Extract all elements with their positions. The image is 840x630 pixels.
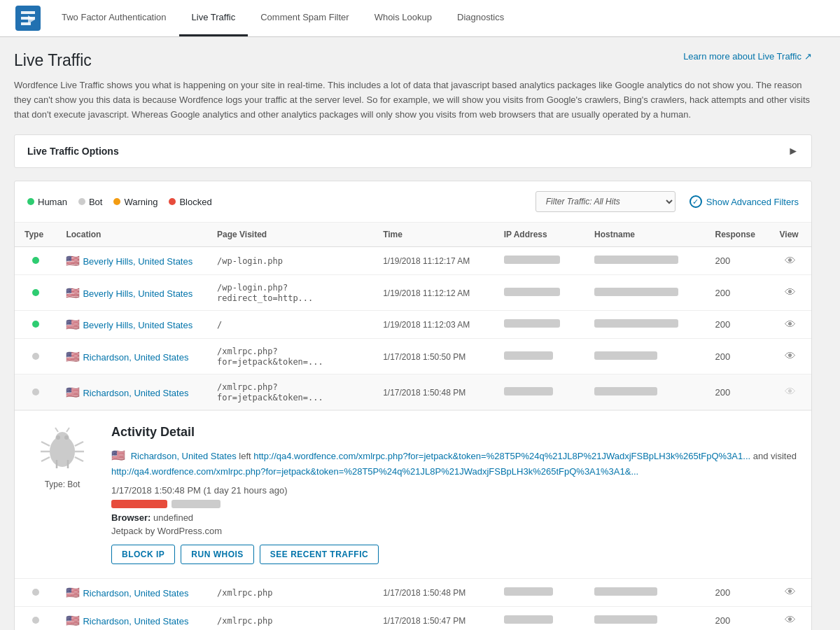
row-type <box>15 579 56 607</box>
row-type <box>15 374 56 410</box>
row-view[interactable]: 👁 <box>770 374 811 410</box>
col-location: Location <box>56 223 207 247</box>
flag-icon: 🇺🇸 <box>66 386 80 398</box>
learn-more-link[interactable]: Learn more about Live Traffic ↗ <box>683 51 812 62</box>
activity-detail: Type: Bot Activity Detail 🇺🇸 Richardson,… <box>15 410 811 578</box>
advanced-filters-button[interactable]: ✓ Show Advanced Filters <box>690 195 799 208</box>
col-response: Response <box>706 223 770 247</box>
flag-icon: 🇺🇸 <box>66 287 80 299</box>
row-response: 200 <box>706 247 770 275</box>
page-description: Wordfence Live Traffic shows you what is… <box>14 78 812 122</box>
activity-time: 1/17/2018 1:50:48 PM (1 day 21 hours ago… <box>111 485 799 496</box>
ip-blurred <box>172 500 220 508</box>
col-view: View <box>770 223 811 247</box>
row-location: 🇺🇸Richardson, United States <box>56 339 207 374</box>
status-dot-human <box>32 321 39 328</box>
status-dot-human <box>32 257 39 264</box>
flag-icon: 🇺🇸 <box>66 615 80 626</box>
block-ip-button[interactable]: BLOCK IP <box>111 545 175 564</box>
row-hostname <box>584 579 705 607</box>
table-row: 🇺🇸Richardson, United States /xmlrpc.php?… <box>15 374 811 410</box>
tab-live-traffic[interactable]: Live Traffic <box>179 0 248 36</box>
chevron-right-icon: ► <box>788 145 799 158</box>
row-location: 🇺🇸Beverly Hills, United States <box>56 247 207 275</box>
row-hostname <box>584 311 705 339</box>
traffic-table: Type Location Page Visited Time IP Addre… <box>15 223 811 630</box>
row-response: 200 <box>706 606 770 630</box>
activity-description: 🇺🇸 Richardson, United States left http:/… <box>111 447 799 479</box>
tab-two-factor[interactable]: Two Factor Authentication <box>49 0 179 36</box>
filter-dropdown[interactable]: Filter Traffic: All Hits <box>536 191 676 212</box>
view-icon[interactable]: 👁 <box>785 286 796 298</box>
row-type <box>15 275 56 311</box>
row-view[interactable]: 👁 <box>770 339 811 374</box>
activity-url2-link[interactable]: http://qa4.wordfence.com/xmlrpc.php?for=… <box>111 466 638 477</box>
row-time: 1/17/2018 1:50:48 PM <box>373 374 493 410</box>
bug-icon <box>38 425 87 474</box>
view-icon[interactable]: 👁 <box>785 614 796 626</box>
view-icon[interactable]: 👁 <box>785 255 796 267</box>
filter-dropdown-wrapper: Filter Traffic: All Hits <box>536 191 676 212</box>
human-dot <box>27 198 34 205</box>
tab-comment-spam[interactable]: Comment Spam Filter <box>248 0 361 36</box>
activity-location-link[interactable]: Richardson, United States <box>131 451 237 461</box>
activity-url1-link[interactable]: http://qa4.wordfence.com/xmlrpc.php?for=… <box>253 451 750 461</box>
status-dot-bot <box>32 589 39 596</box>
activity-detail-row: Type: Bot Activity Detail 🇺🇸 Richardson,… <box>15 410 811 579</box>
row-location: 🇺🇸Richardson, United States <box>56 374 207 410</box>
row-time: 1/17/2018 1:50:47 PM <box>373 606 493 630</box>
traffic-legend: Human Bot Warning Blocked <box>27 197 522 207</box>
row-type <box>15 247 56 275</box>
row-type <box>15 606 56 630</box>
row-ip <box>494 579 584 607</box>
row-view[interactable]: 👁 <box>770 247 811 275</box>
row-page: /xmlrpc.php?for=jetpack&token=... <box>207 374 373 410</box>
row-time: 1/19/2018 11:12:12 AM <box>373 275 493 311</box>
legend-human: Human <box>27 197 67 207</box>
row-response: 200 <box>706 579 770 607</box>
row-ip <box>494 374 584 410</box>
activity-detail-title: Activity Detail <box>111 425 799 440</box>
row-ip <box>494 606 584 630</box>
legend-bot: Bot <box>78 197 103 207</box>
activity-buttons: BLOCK IP RUN WHOIS SEE RECENT TRAFFIC <box>111 545 799 564</box>
page-header: Live Traffic Learn more about Live Traff… <box>14 51 812 70</box>
view-icon[interactable]: 👁 <box>785 318 796 330</box>
options-panel-header[interactable]: Live Traffic Options ► <box>15 135 811 167</box>
row-view[interactable]: 👁 <box>770 275 811 311</box>
col-ip: IP Address <box>494 223 584 247</box>
row-location: 🇺🇸Richardson, United States <box>56 579 207 607</box>
activity-flag: 🇺🇸 <box>111 449 125 461</box>
run-whois-button[interactable]: RUN WHOIS <box>181 545 254 564</box>
row-page: / <box>207 311 373 339</box>
row-hostname <box>584 339 705 374</box>
view-hidden-icon[interactable]: 👁 <box>785 386 796 398</box>
row-view[interactable]: 👁 <box>770 311 811 339</box>
view-icon[interactable]: 👁 <box>785 586 796 598</box>
row-page: /xmlrpc.php <box>207 606 373 630</box>
row-response: 200 <box>706 275 770 311</box>
row-view[interactable]: 👁 <box>770 579 811 607</box>
row-ip <box>494 247 584 275</box>
check-circle-icon: ✓ <box>690 195 702 208</box>
status-dot-bot <box>32 353 39 360</box>
see-recent-traffic-button[interactable]: SEE RECENT TRAFFIC <box>260 545 379 564</box>
tab-diagnostics[interactable]: Diagnostics <box>444 0 517 36</box>
svg-line-6 <box>75 442 83 446</box>
bot-icon-section: Type: Bot <box>27 425 97 564</box>
tab-whois-lookup[interactable]: Whois Lookup <box>362 0 444 36</box>
table-row: 🇺🇸Richardson, United States /xmlrpc.php … <box>15 606 811 630</box>
table-row: 🇺🇸Beverly Hills, United States /wp-login… <box>15 247 811 275</box>
view-icon[interactable]: 👁 <box>785 350 796 362</box>
row-view[interactable]: 👁 <box>770 606 811 630</box>
svg-point-9 <box>56 435 60 440</box>
options-panel-title: Live Traffic Options <box>27 146 119 157</box>
bot-dot <box>78 198 85 205</box>
warning-dot <box>113 198 120 205</box>
row-hostname <box>584 374 705 410</box>
row-time: 1/17/2018 1:50:50 PM <box>373 339 493 374</box>
col-hostname: Hostname <box>584 223 705 247</box>
legend-blocked: Blocked <box>169 197 211 207</box>
row-response: 200 <box>706 339 770 374</box>
flag-icon: 🇺🇸 <box>66 587 80 598</box>
